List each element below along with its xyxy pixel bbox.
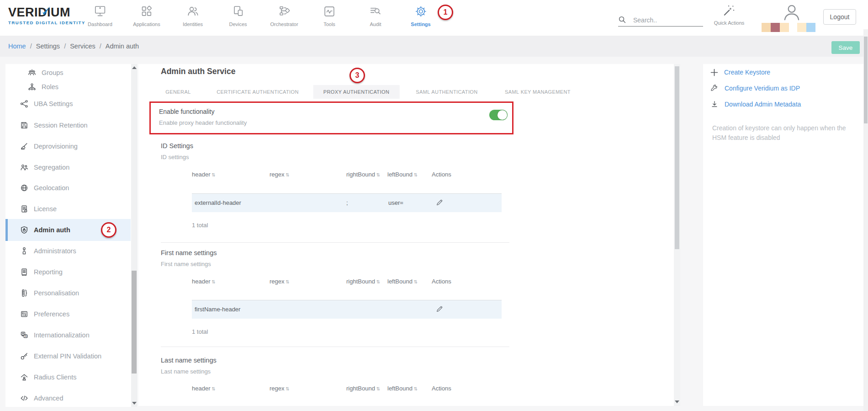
breadcrumb-home-link[interactable]: Home	[8, 43, 26, 50]
tab-general[interactable]: GENERAL	[155, 85, 201, 99]
nav-item-devices[interactable]: Devices	[229, 5, 247, 27]
nav-label: Devices	[229, 21, 247, 27]
column-header[interactable]: header	[192, 278, 216, 285]
nav-item-dashboard[interactable]: Dashboard	[88, 5, 112, 27]
column-regex[interactable]: regex	[270, 278, 290, 285]
enable-functionality-description: Enable proxy header functionality	[159, 119, 247, 126]
table-row-firstname[interactable]: firstName-header	[192, 300, 502, 319]
column-rightbound[interactable]: rightBound	[346, 385, 380, 392]
license-icon	[20, 204, 29, 214]
key-icon	[20, 352, 29, 361]
tab-saml-authentication[interactable]: SAML AUTHENTICATION	[406, 85, 487, 99]
nav-item-tools[interactable]: Tools	[323, 5, 336, 27]
column-header[interactable]: header	[192, 385, 216, 392]
nav-label: Tools	[323, 21, 336, 27]
breadcrumb-settings[interactable]: Settings	[36, 43, 60, 50]
annotation-circle-1: 1	[438, 5, 453, 20]
edit-pencil-icon[interactable]	[435, 305, 444, 313]
main-scrollbar[interactable]	[674, 64, 680, 406]
tab-saml-key-management[interactable]: SAML KEY MANAGEMENT	[495, 85, 581, 99]
palette-swatch-1	[762, 23, 771, 32]
avatar-icon[interactable]	[782, 3, 801, 23]
groups-icon	[27, 68, 37, 77]
internationalization-icon: A	[20, 331, 29, 340]
nav-label: Identities	[183, 21, 203, 27]
sidebar-scrollbar-thumb[interactable]	[132, 271, 137, 374]
enable-functionality-toggle[interactable]	[489, 110, 508, 120]
sidebar-item-internationalization[interactable]: A Internationalization	[5, 326, 131, 344]
nav-item-audit[interactable]: Audit	[369, 5, 382, 27]
section-divider	[161, 347, 509, 347]
palette-swatch-4	[797, 23, 806, 32]
tools-icon	[323, 5, 336, 18]
nav-label: Settings	[411, 21, 430, 27]
identities-icon	[186, 5, 200, 18]
column-actions: Actions	[432, 171, 451, 178]
sidebar-scrollbar[interactable]	[131, 64, 138, 407]
nav-item-settings[interactable]: Settings	[411, 5, 430, 27]
admin-auth-icon	[20, 225, 29, 235]
sidebar-item-administrators[interactable]: Administrators	[5, 242, 131, 260]
logout-button[interactable]: Logout	[823, 9, 856, 25]
plus-icon	[710, 69, 718, 76]
save-button[interactable]: Save	[831, 41, 860, 54]
edit-pencil-icon[interactable]	[435, 198, 444, 207]
main-scrollbar-thumb[interactable]	[675, 66, 679, 249]
column-header[interactable]: header	[192, 171, 216, 178]
sidebar-item-personalisation[interactable]: Personalisation	[5, 284, 131, 302]
nav-label: Orchestrator	[270, 21, 298, 27]
brand-tagline: TRUSTED DIGITAL IDENTITY	[8, 20, 95, 25]
column-rightbound[interactable]: rightBound	[346, 278, 380, 285]
sidebar-item-geolocation[interactable]: Geolocation	[5, 179, 131, 197]
row-count: 1 total	[192, 222, 208, 229]
search-icon	[618, 16, 627, 24]
sidebar-item-roles[interactable]: Roles	[5, 78, 131, 96]
annotation-highlight-box: Enable functionality Enable proxy header…	[149, 101, 513, 134]
audit-icon	[369, 5, 382, 18]
roles-icon	[27, 82, 37, 91]
sidebar-item-uba-settings[interactable]: UBA Settings	[5, 95, 131, 112]
search-input[interactable]: Search..	[618, 14, 703, 27]
tab-proxy-authentication[interactable]: PROXY AUTHENTICATION	[313, 85, 400, 99]
table-row-externalid[interactable]: externalId-header ; user=	[192, 194, 502, 212]
section-title-id-settings: ID Settings	[161, 142, 193, 149]
column-leftbound[interactable]: leftBound	[387, 171, 418, 178]
download-admin-metadata-link[interactable]: Download Admin Metadata	[710, 98, 801, 111]
column-rightbound[interactable]: rightBound	[346, 171, 380, 178]
nav-item-identities[interactable]: Identities	[183, 5, 203, 27]
quick-actions-button[interactable]: Quick Actions	[714, 4, 745, 26]
page-scrollbar-thumb[interactable]	[864, 37, 868, 123]
logo-check-icon	[40, 6, 51, 16]
brand-name: VERIDIUM	[8, 5, 95, 20]
nav-item-orchestrator[interactable]: Orchestrator	[270, 5, 298, 27]
brand-logo: VERIDIUM TRUSTED DIGITAL IDENTITY	[8, 5, 95, 25]
section-title-last-name: Last name settings	[161, 357, 217, 364]
sidebar-item-external-pin-validation[interactable]: External PIN Validation	[5, 347, 131, 365]
annotation-circle-2: 2	[101, 222, 116, 238]
column-regex[interactable]: regex	[270, 171, 290, 178]
nav-item-applications[interactable]: Applications	[133, 5, 160, 27]
sidebar-item-license[interactable]: License	[5, 200, 131, 218]
sidebar-item-preferences[interactable]: Preferences	[5, 305, 131, 323]
column-regex[interactable]: regex	[270, 385, 290, 392]
scroll-down-arrow[interactable]	[675, 400, 679, 403]
annotation-circle-3: 3	[349, 68, 365, 83]
code-icon	[20, 394, 29, 403]
scroll-up-arrow[interactable]	[132, 66, 137, 69]
tab-certificate-authentication[interactable]: CERTIFICATE AUTHENTICATION	[206, 85, 309, 99]
configure-veridium-idp-link[interactable]: Configure Veridium as IDP	[710, 82, 800, 95]
column-leftbound[interactable]: leftBound	[387, 385, 418, 392]
sidebar-item-segregation[interactable]: Segregation	[5, 159, 131, 176]
sidebar-item-deprovisioning[interactable]: Deprovisioning	[5, 138, 131, 155]
breadcrumb-bar: Home / Settings / Services / Admin auth	[0, 36, 868, 57]
create-keystore-link[interactable]: Create Keystore	[710, 66, 770, 79]
column-actions: Actions	[432, 278, 451, 285]
column-leftbound[interactable]: leftBound	[387, 278, 418, 285]
scroll-down-arrow[interactable]	[132, 402, 137, 405]
cell-header: firstName-header	[195, 306, 240, 313]
sidebar-item-advanced[interactable]: Advanced	[5, 390, 131, 407]
sidebar-item-reporting[interactable]: Reporting	[5, 263, 131, 281]
breadcrumb-services[interactable]: Services	[70, 43, 95, 50]
sidebar-item-radius-clients[interactable]: Radius Clients	[5, 368, 131, 386]
sidebar-item-session-retention[interactable]: Session Retention	[5, 117, 131, 134]
